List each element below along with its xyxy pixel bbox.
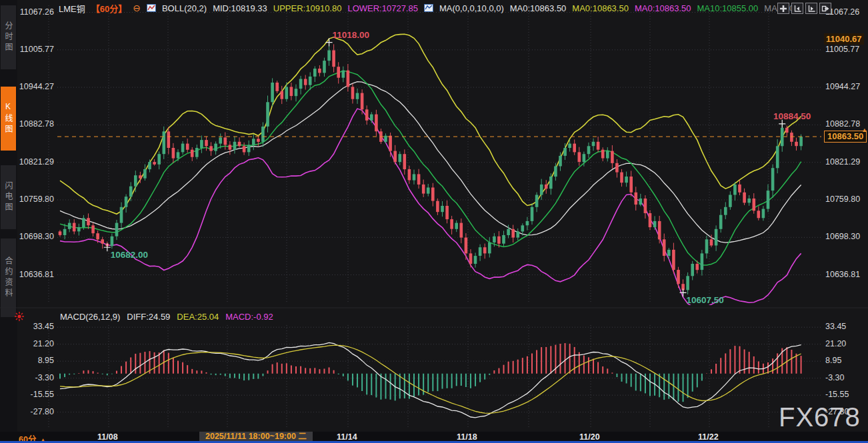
- chart-toolbar: [777, 3, 831, 14]
- hovered-time-label: 2025/11/11 18:00~19:00 二: [199, 432, 313, 442]
- price-flag-icon: ▲: [861, 125, 867, 135]
- scale-axis-left-icon[interactable]: [791, 3, 803, 14]
- period-label[interactable]: 【60分】: [91, 2, 127, 15]
- indicator-alert-icon[interactable]: [14, 311, 25, 322]
- x-axis-label: 11/18: [457, 432, 477, 442]
- boll-lower-value: LOWER:10727.85: [347, 3, 418, 13]
- x-axis-label: 11/20: [579, 432, 600, 442]
- svg-text:11018.00: 11018.00: [333, 30, 370, 40]
- ma-value-0: MA0:10863.50: [510, 3, 567, 13]
- move-icon[interactable]: [777, 3, 789, 14]
- macd-title: MACD(26,12,9): [60, 312, 120, 322]
- time-axis-bar: [0, 432, 868, 441]
- svg-text:10884.50: 10884.50: [773, 111, 811, 121]
- symbol-name: LME铜: [59, 2, 85, 15]
- session-high-price-label: 11040.67: [824, 33, 864, 45]
- ma-value-1: MA0:10863.50: [572, 3, 629, 13]
- x-axis-label: 11/14: [337, 432, 357, 442]
- ma-label: MA(0,0,0,10,0,0): [439, 3, 504, 13]
- x-axis-label: 11/08: [97, 432, 118, 442]
- scale-axis-right-icon[interactable]: [805, 3, 817, 14]
- last-price-label: ▲ 10863.50: [824, 131, 867, 143]
- macd-macd-value: MACD:-0.92: [225, 312, 273, 322]
- indicator-icon[interactable]: [147, 4, 156, 12]
- boll-label: BOLL(20,2): [162, 3, 207, 13]
- trading-app-window: 10682.0011018.0010607.5010884.50 分时图 K线图…: [0, 0, 868, 443]
- indicator-icon[interactable]: [424, 4, 433, 12]
- svg-text:10607.50: 10607.50: [687, 295, 724, 305]
- indicator-legend: LME铜 【60分】 ⊖ BOLL(20,2) MID:10819.33 UPP…: [59, 2, 799, 14]
- minus-circle-icon[interactable]: ⊖: [133, 3, 141, 13]
- boll-upper-value: UPPER:10910.80: [273, 3, 342, 13]
- macd-legend: MACD(26,12,9) DIFF:24.59 DEA:25.04 MACD:…: [60, 311, 273, 322]
- exit-icon[interactable]: [819, 3, 831, 14]
- boll-mid-value: MID:10819.33: [213, 3, 267, 13]
- ma-value-2: MA0:10863.50: [635, 3, 691, 13]
- macd-diff-value: DIFF:24.59: [127, 312, 170, 322]
- svg-text:10682.00: 10682.00: [111, 250, 148, 260]
- watermark: FX678: [779, 402, 861, 432]
- x-axis-label: 11/22: [698, 432, 719, 442]
- chart-canvas[interactable]: 10682.0011018.0010607.5010884.50: [0, 0, 868, 443]
- ma-value-3: MA10:10855.00: [697, 3, 759, 13]
- macd-dea-value: DEA:25.04: [177, 312, 219, 322]
